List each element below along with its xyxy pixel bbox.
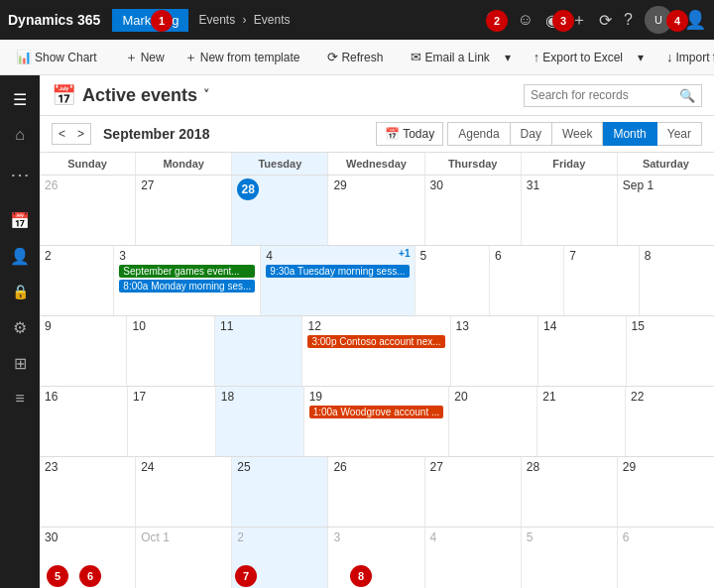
smiley-icon[interactable]: ☺: [518, 11, 534, 29]
view-title-text: Active events: [82, 85, 197, 106]
person-icon[interactable]: 👤: [684, 9, 706, 31]
cal-prev-button[interactable]: <: [53, 124, 71, 144]
show-chart-button[interactable]: 📊 Show Chart: [8, 46, 105, 68]
cal-day-cell[interactable]: 6: [618, 528, 714, 588]
cal-day-cell[interactable]: 26: [328, 457, 424, 527]
cal-week-row-2: 91011123:00p Contoso account nex...13141…: [40, 316, 714, 387]
cal-day-cell[interactable]: 27: [425, 457, 522, 527]
location-icon[interactable]: ◉: [545, 11, 559, 30]
cal-month-label: September 2018: [103, 126, 209, 142]
avatar[interactable]: U: [645, 6, 672, 34]
sidebar-person[interactable]: 👤: [4, 240, 36, 272]
export-excel-button[interactable]: ↑ Export to Excel: [526, 46, 631, 68]
cal-day-cell[interactable]: 5: [522, 528, 618, 588]
new-button[interactable]: ＋ New: [117, 45, 173, 70]
cal-today-button[interactable]: 📅 Today: [376, 122, 443, 146]
calendar-event[interactable]: 3:00p Contoso account nex...: [307, 335, 444, 348]
cal-day-cell[interactable]: 20: [449, 387, 537, 456]
sidebar-home[interactable]: ⌂: [4, 119, 36, 151]
cal-day-cell[interactable]: 11: [215, 316, 302, 386]
sidebar-hamburger[interactable]: ☰: [4, 83, 36, 115]
cal-day-cell[interactable]: 123:00p Contoso account nex...: [302, 316, 450, 386]
calendar-event[interactable]: 9:30a Tuesday morning sess...: [266, 265, 409, 278]
export-dropdown-arrow[interactable]: ▾: [635, 47, 647, 68]
cal-day-number: 10: [132, 319, 208, 333]
cal-day-cell[interactable]: 24: [136, 457, 232, 527]
cal-day-number: 20: [454, 390, 532, 404]
tab-week[interactable]: Week: [552, 122, 603, 146]
cal-day-cell[interactable]: 2: [40, 246, 114, 315]
nav-icons: 🔍 ☺ ◉ ＋ ⟳ ? U 👤: [486, 6, 706, 34]
cal-day-cell[interactable]: Oct 1: [136, 528, 232, 588]
refresh-button[interactable]: ⟳ Refresh: [319, 46, 391, 68]
cal-day-cell[interactable]: 9: [40, 316, 127, 386]
sync-icon[interactable]: ⟳: [599, 11, 612, 30]
cal-day-cell[interactable]: 4+19:30a Tuesday morning sess...: [261, 246, 415, 315]
cal-day-number: 25: [237, 460, 322, 474]
sidebar-calendar[interactable]: 📅: [4, 204, 36, 236]
breadcrumb-events1[interactable]: Events: [198, 13, 235, 27]
cal-day-cell[interactable]: 191:00a Woodgrove account ...: [304, 387, 450, 456]
calendar-event[interactable]: 1:00a Woodgrove account ...: [309, 406, 444, 418]
search-input[interactable]: [531, 88, 679, 102]
sidebar-list[interactable]: ≡: [4, 383, 36, 414]
cal-day-cell[interactable]: 8: [640, 246, 714, 315]
import-excel-button[interactable]: ↓ Import from Excel: [658, 46, 714, 68]
cal-day-cell[interactable]: 18: [216, 387, 304, 456]
cal-day-cell[interactable]: 21: [537, 387, 626, 456]
cal-day-cell[interactable]: 16: [40, 387, 128, 456]
cal-day-cell[interactable]: 25: [232, 457, 328, 527]
tab-day[interactable]: Day: [511, 122, 552, 146]
tab-month[interactable]: Month: [603, 122, 656, 146]
sidebar-lock[interactable]: 🔒: [4, 276, 36, 307]
cal-day-cell[interactable]: Sep 1: [618, 176, 714, 245]
tab-year[interactable]: Year: [657, 122, 702, 146]
cal-day-cell[interactable]: 3: [328, 528, 424, 588]
cal-day-cell[interactable]: 3September games event...8:00a Monday mo…: [114, 246, 261, 315]
module-button[interactable]: Marketing: [112, 9, 188, 32]
calendar-event[interactable]: 8:00a Monday morning ses...: [119, 280, 255, 293]
cal-day-cell[interactable]: 15: [627, 316, 714, 386]
cal-day-cell[interactable]: 28: [522, 457, 618, 527]
cal-day-cell[interactable]: 29: [618, 457, 714, 527]
cal-day-number: 27: [141, 178, 226, 192]
cal-day-cell[interactable]: 17: [128, 387, 216, 456]
event-badge[interactable]: +1: [399, 248, 410, 259]
cal-day-cell[interactable]: 4: [425, 528, 522, 588]
cal-day-cell[interactable]: 30: [425, 176, 522, 245]
view-dropdown-arrow[interactable]: ˅: [203, 88, 209, 102]
cal-day-cell[interactable]: 13: [451, 316, 538, 386]
cal-day-number: 15: [632, 319, 709, 333]
breadcrumb: Events › Events: [198, 13, 485, 27]
cal-day-cell[interactable]: 5: [416, 246, 490, 315]
cal-day-cell[interactable]: 23: [40, 457, 136, 527]
cal-day-cell[interactable]: 22: [626, 387, 714, 456]
sidebar-dots[interactable]: ⋯: [4, 159, 36, 190]
tab-agenda[interactable]: Agenda: [447, 122, 510, 146]
search-box: 🔍: [524, 84, 702, 107]
sidebar-settings[interactable]: ⚙: [4, 311, 36, 343]
cal-day-cell[interactable]: 28: [232, 176, 328, 245]
cal-day-cell[interactable]: 6: [490, 246, 564, 315]
new-from-template-button[interactable]: ＋ New from template: [177, 45, 308, 70]
search-icon[interactable]: 🔍: [679, 88, 695, 103]
plus-nav-icon[interactable]: ＋: [571, 10, 587, 31]
cal-day-cell[interactable]: 2: [232, 528, 328, 588]
cal-next-button[interactable]: >: [71, 124, 90, 144]
sidebar-grid[interactable]: ⊞: [4, 347, 36, 379]
cal-day-cell[interactable]: 31: [522, 176, 618, 245]
cal-day-cell[interactable]: 27: [136, 176, 232, 245]
cal-day-cell[interactable]: 10: [127, 316, 214, 386]
question-icon[interactable]: ?: [624, 11, 633, 29]
email-dropdown-arrow[interactable]: ▾: [502, 47, 514, 68]
search-nav-icon[interactable]: 🔍: [486, 11, 506, 30]
cal-day-cell[interactable]: 26: [40, 176, 136, 245]
cal-day-number: 12: [307, 319, 444, 333]
cal-day-number: 31: [527, 178, 612, 192]
calendar-event[interactable]: September games event...: [119, 265, 255, 278]
email-link-button[interactable]: ✉ Email a Link: [403, 46, 497, 68]
cal-day-cell[interactable]: 14: [538, 316, 626, 386]
cal-day-cell[interactable]: 29: [328, 176, 424, 245]
cal-day-cell[interactable]: 7: [564, 246, 639, 315]
cal-day-cell[interactable]: 30: [40, 528, 136, 588]
